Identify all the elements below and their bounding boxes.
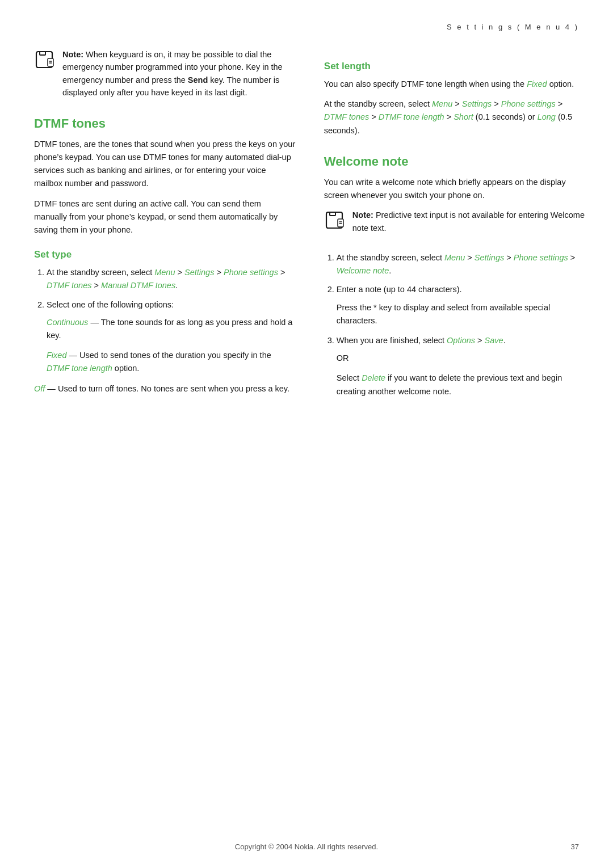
- option-fixed: Fixed — Used to send tones of the durati…: [47, 349, 296, 375]
- welcome-step3: When you are finished, select Options > …: [337, 334, 586, 398]
- welcome-step3-sub: Select Delete if you want to delete the …: [337, 372, 586, 398]
- options-list: Continuous — The tone sounds for as long…: [47, 316, 296, 376]
- left-column: Note: When keyguard is on, it may be pos…: [34, 48, 296, 405]
- send-bold: Send: [188, 75, 208, 85]
- set-length-heading: Set length: [324, 61, 586, 72]
- predictive-note-box: Note: Predictive text input is not avail…: [324, 209, 586, 234]
- set-type-step1: At the standby screen, select Menu > Set…: [47, 266, 296, 292]
- predictive-note-bold: Note:: [352, 210, 373, 220]
- svg-rect-5: [338, 219, 343, 227]
- set-type-heading: Set type: [34, 249, 296, 260]
- welcome-note-para1: You can write a welcome note which brief…: [324, 176, 586, 202]
- welcome-note-steps: At the standby screen, select Menu > Set…: [324, 251, 586, 398]
- page-header: S e t t i n g s ( M e n u 4 ): [34, 23, 579, 31]
- set-type-list: At the standby screen, select Menu > Set…: [34, 266, 296, 375]
- set-length-para2: At the standby screen, select Menu > Set…: [324, 98, 586, 137]
- keyguard-note-box: Note: When keyguard is on, it may be pos…: [34, 48, 296, 99]
- page: S e t t i n g s ( M e n u 4 ) Note:: [0, 0, 613, 868]
- svg-rect-2: [48, 58, 53, 66]
- welcome-step2-sub: Press the * key to display and select fr…: [337, 301, 586, 327]
- note-icon: [34, 49, 56, 71]
- option-continuous: Continuous — The tone sounds for as long…: [47, 316, 296, 342]
- footer: Copyright © 2004 Nokia. All rights reser…: [0, 842, 613, 851]
- predictive-note-text: Note: Predictive text input is not avail…: [352, 209, 586, 234]
- predictive-note-body: Predictive text input is not available f…: [352, 210, 585, 232]
- predictive-note-icon: [324, 210, 346, 231]
- note-bold-label: Note:: [62, 50, 83, 59]
- copyright-text: Copyright © 2004 Nokia. All rights reser…: [235, 842, 378, 851]
- welcome-step2: Enter a note (up to 44 characters). Pres…: [337, 283, 586, 327]
- dtmf-para2: DTMF tones are sent during an active cal…: [34, 197, 296, 237]
- svg-rect-4: [330, 212, 335, 216]
- welcome-note-heading: Welcome note: [324, 154, 586, 169]
- dtmf-heading: DTMF tones: [34, 116, 296, 131]
- welcome-step1: At the standby screen, select Menu > Set…: [337, 251, 586, 277]
- header-title: S e t t i n g s ( M e n u 4 ): [447, 23, 579, 31]
- set-type-step2: Select one of the following options: Con…: [47, 298, 296, 376]
- keyguard-note-text: Note: When keyguard is on, it may be pos…: [62, 48, 296, 99]
- svg-rect-1: [40, 52, 45, 55]
- right-column: Set length You can also specify DTMF ton…: [324, 48, 586, 405]
- or-text: OR: [337, 352, 586, 365]
- content-layout: Note: When keyguard is on, it may be pos…: [34, 48, 579, 405]
- dtmf-para1: DTMF tones, are the tones that sound whe…: [34, 138, 296, 191]
- page-number: 37: [571, 842, 579, 851]
- option-off: Off — Used to turn off tones. No tones a…: [34, 382, 296, 395]
- set-length-para1: You can also specify DTMF tone length wh…: [324, 78, 586, 91]
